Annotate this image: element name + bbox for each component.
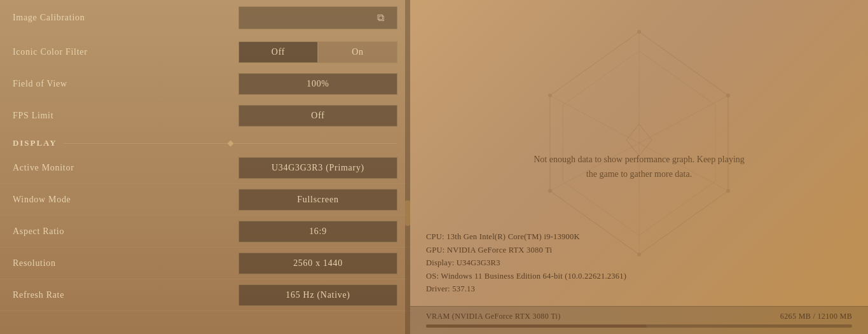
vram-bar-background [426, 324, 852, 328]
refresh-rate-value[interactable]: 165 Hz (Native) [238, 284, 397, 306]
image-calibration-box[interactable]: ⧉ [238, 6, 397, 29]
vram-bar-fill [426, 324, 647, 328]
aspect-ratio-label: Aspect Ratio [13, 226, 238, 237]
system-info: CPU: 13th Gen Intel(R) Core(TM) i9-13900… [426, 230, 852, 296]
sys-os: OS: Windows 11 Business Edition 64-bit (… [426, 270, 852, 283]
field-of-view-value[interactable]: 100% [238, 73, 397, 95]
iconic-color-filter-row: Iconic Color Filter Off On [0, 36, 410, 68]
sys-gpu: GPU: NVIDIA GeForce RTX 3080 Ti [426, 244, 852, 257]
sys-cpu: CPU: 13th Gen Intel(R) Core(TM) i9-13900… [426, 230, 852, 244]
sys-driver: Driver: 537.13 [426, 282, 852, 296]
active-monitor-row: Active Monitor U34G3G3R3 (Primary) [0, 152, 410, 184]
iconic-color-filter-toggle[interactable]: Off On [238, 41, 397, 63]
field-of-view-label: Field of View [13, 79, 238, 89]
display-title: DISPLAY [13, 138, 57, 148]
resolution-value[interactable]: 2560 x 1440 [238, 253, 397, 274]
window-mode-value[interactable]: Fullscreen [238, 189, 397, 211]
iconic-color-filter-label: Iconic Color Filter [13, 47, 238, 57]
fps-limit-row: FPS Limit Off [0, 100, 410, 132]
image-calibration-label: Image Calibration [13, 13, 238, 23]
resolution-label: Resolution [13, 258, 238, 268]
left-settings-panel: Image Calibration ⧉ Iconic Color Filter … [0, 0, 410, 334]
copy-icon: ⧉ [377, 12, 384, 24]
vram-label: VRAM (NVIDIA GeForce RTX 3080 Ti) [426, 312, 561, 321]
performance-text: Not enough data to show performance grap… [531, 153, 747, 181]
window-mode-row: Window Mode Fullscreen [0, 184, 410, 216]
vram-section: VRAM (NVIDIA GeForce RTX 3080 Ti) 6265 M… [410, 306, 868, 334]
right-panel: Not enough data to show performance grap… [410, 0, 868, 334]
toggle-on-button[interactable]: On [318, 41, 397, 63]
vram-value: 6265 MB / 12100 MB [780, 312, 852, 321]
aspect-ratio-row: Aspect Ratio 16:9 [0, 216, 410, 247]
active-monitor-value[interactable]: U34G3G3R3 (Primary) [238, 157, 397, 179]
toggle-off-button[interactable]: Off [238, 41, 318, 63]
window-mode-label: Window Mode [13, 195, 238, 205]
fps-limit-label: FPS Limit [13, 111, 238, 121]
scrollbar[interactable] [405, 0, 410, 334]
active-monitor-label: Active Monitor [13, 163, 238, 173]
sys-display: Display: U34G3G3R3 [426, 256, 852, 270]
refresh-rate-label: Refresh Rate [13, 290, 238, 300]
display-section-header: DISPLAY [0, 132, 410, 152]
fps-limit-value[interactable]: Off [238, 105, 397, 127]
resolution-row: Resolution 2560 x 1440 [0, 247, 410, 279]
refresh-rate-row: Refresh Rate 165 Hz (Native) [0, 279, 410, 311]
aspect-ratio-value[interactable]: 16:9 [238, 221, 397, 242]
divider-diamond [228, 140, 234, 146]
settings-container: Image Calibration ⧉ Iconic Color Filter … [0, 0, 410, 311]
field-of-view-row: Field of View 100% [0, 68, 410, 100]
vram-header: VRAM (NVIDIA GeForce RTX 3080 Ti) 6265 M… [426, 312, 852, 321]
image-calibration-row[interactable]: Image Calibration ⧉ [0, 0, 410, 36]
display-divider [64, 143, 397, 144]
scrollbar-thumb[interactable] [405, 200, 410, 226]
